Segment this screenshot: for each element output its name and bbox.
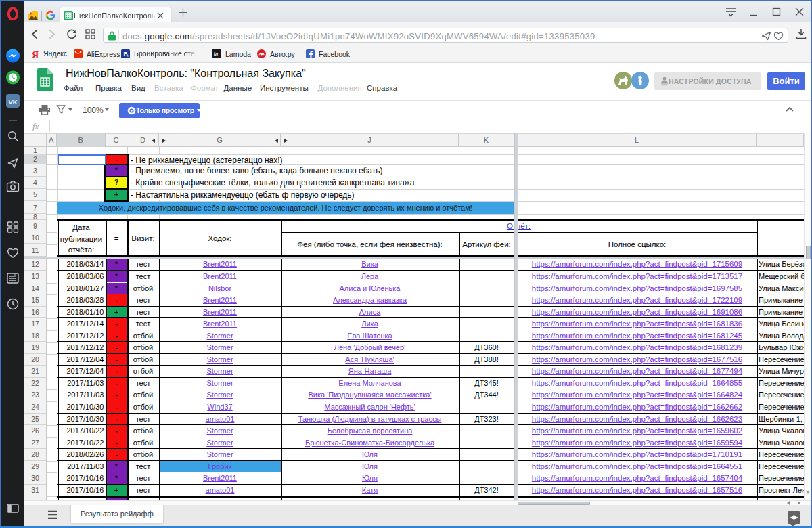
svg-text:VK: VK: [8, 98, 17, 106]
svg-text:B: B: [123, 51, 127, 58]
svg-text:la: la: [214, 51, 218, 58]
